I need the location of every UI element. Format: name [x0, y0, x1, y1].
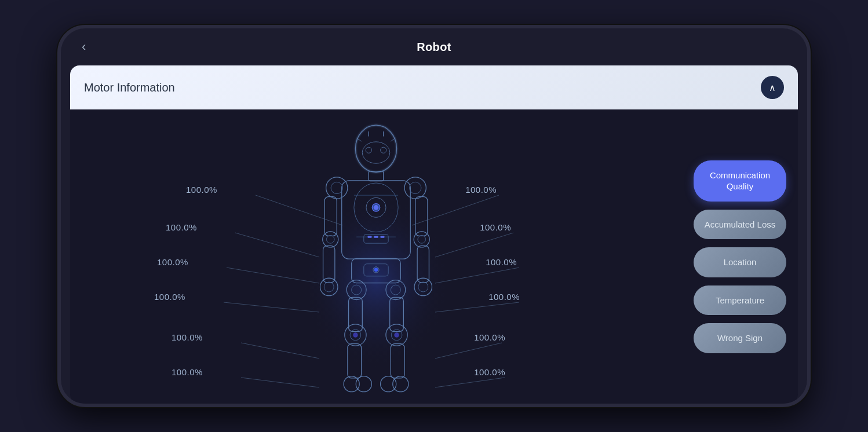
svg-point-66	[393, 376, 409, 392]
back-button[interactable]: ‹	[77, 35, 90, 59]
left-label-6: 100.0%	[172, 367, 203, 377]
svg-point-68	[374, 268, 378, 272]
svg-point-14	[362, 142, 389, 163]
communication-quality-button[interactable]: Communication Quality	[694, 160, 786, 202]
left-label-1: 100.0%	[186, 185, 217, 195]
collapse-button[interactable]: ∧	[761, 76, 784, 99]
right-panel: Communication Quality Accumulated Loss L…	[682, 109, 798, 404]
page-title: Robot	[417, 41, 451, 54]
svg-rect-31	[381, 236, 385, 237]
svg-point-58	[356, 376, 371, 392]
right-label-5: 100.0%	[474, 332, 505, 342]
motor-info-card: Motor Information ∧	[70, 65, 798, 109]
right-label-1: 100.0%	[465, 185, 497, 195]
right-label-4: 100.0%	[488, 292, 520, 302]
temperature-button[interactable]: Temperature	[694, 285, 786, 316]
left-label-2: 100.0%	[166, 222, 197, 232]
svg-point-67	[374, 205, 378, 210]
svg-point-13	[355, 125, 396, 172]
svg-point-65	[381, 376, 396, 392]
wrong-sign-button[interactable]: Wrong Sign	[694, 323, 786, 353]
location-button[interactable]: Location	[694, 247, 786, 277]
chevron-up-icon: ∧	[769, 82, 776, 93]
svg-point-70	[394, 332, 399, 337]
right-label-2: 100.0%	[480, 222, 511, 232]
device-frame: ‹ Robot Motor Information ∧	[57, 25, 811, 407]
svg-point-15	[366, 147, 371, 153]
left-label-3: 100.0%	[157, 257, 188, 267]
robot-illustration	[70, 109, 682, 404]
robot-area: 100.0% 100.0% 100.0% 100.0% 100.0% 100.0…	[70, 109, 798, 404]
svg-rect-30	[374, 236, 378, 237]
svg-point-40	[404, 177, 426, 199]
svg-point-41	[410, 182, 421, 193]
motor-info-title: Motor Information	[84, 81, 175, 94]
left-label-4: 100.0%	[154, 292, 185, 302]
robot-diagram: 100.0% 100.0% 100.0% 100.0% 100.0% 100.0…	[70, 109, 682, 404]
svg-point-69	[353, 332, 358, 337]
svg-point-57	[344, 376, 359, 392]
svg-point-32	[326, 177, 348, 199]
left-label-5: 100.0%	[172, 332, 203, 342]
svg-point-33	[331, 182, 342, 193]
right-label-3: 100.0%	[486, 257, 517, 267]
svg-point-16	[381, 147, 386, 153]
top-bar: ‹ Robot	[61, 28, 807, 65]
svg-rect-21	[369, 171, 383, 181]
right-label-6: 100.0%	[474, 367, 505, 377]
main-content: Motor Information ∧	[61, 65, 807, 404]
svg-rect-29	[368, 236, 372, 237]
accumulated-loss-button[interactable]: Accumulated Loss	[694, 210, 786, 240]
